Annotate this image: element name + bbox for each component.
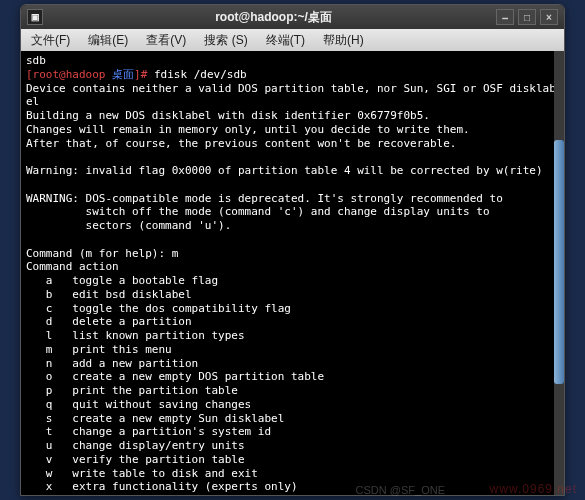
menu-terminal[interactable]: 终端(T) xyxy=(262,30,309,51)
prompt-user: [root@hadoop xyxy=(26,68,112,81)
out-warning: sectors (command 'u'). xyxy=(26,219,231,232)
action-s: s create a new empty Sun disklabel xyxy=(26,412,284,425)
action-header: Command action xyxy=(26,260,119,273)
close-button[interactable]: × xyxy=(540,9,558,25)
action-p: p print the partition table xyxy=(26,384,238,397)
out-warning: WARNING: DOS-compatible mode is deprecat… xyxy=(26,192,503,205)
action-a: a toggle a bootable flag xyxy=(26,274,218,287)
menu-search[interactable]: 搜索 (S) xyxy=(200,30,251,51)
terminal-window: ▣ root@hadoop:~/桌面 ‒ □ × 文件(F) 编辑(E) 查看(… xyxy=(20,4,565,496)
action-l: l list known partition types xyxy=(26,329,245,342)
action-t: t change a partition's system id xyxy=(26,425,271,438)
menubar: 文件(F) 编辑(E) 查看(V) 搜索 (S) 终端(T) 帮助(H) xyxy=(21,29,564,51)
action-n: n add a new partition xyxy=(26,357,198,370)
minimize-button[interactable]: ‒ xyxy=(496,9,514,25)
menu-view[interactable]: 查看(V) xyxy=(142,30,190,51)
menu-edit[interactable]: 编辑(E) xyxy=(84,30,132,51)
titlebar[interactable]: ▣ root@hadoop:~/桌面 ‒ □ × xyxy=(21,5,564,29)
action-x: x extra functionality (experts only) xyxy=(26,480,298,493)
action-q: q quit without saving changes xyxy=(26,398,251,411)
scroll-thumb[interactable] xyxy=(554,140,564,384)
prompt-path: 桌面 xyxy=(112,68,134,81)
action-w: w write table to disk and exit xyxy=(26,467,258,480)
fdisk-prompt: Command (m for help): m xyxy=(26,247,178,260)
action-u: u change display/entry units xyxy=(26,439,245,452)
out-line: After that, of course, the previous cont… xyxy=(26,137,456,150)
action-c: c toggle the dos compatibility flag xyxy=(26,302,291,315)
menu-file[interactable]: 文件(F) xyxy=(27,30,74,51)
out-line: el xyxy=(26,95,39,108)
out-line: Building a new DOS disklabel with disk i… xyxy=(26,109,430,122)
action-o: o create a new empty DOS partition table xyxy=(26,370,324,383)
action-d: d delete a partition xyxy=(26,315,192,328)
action-m: m print this menu xyxy=(26,343,172,356)
scrollbar[interactable] xyxy=(554,51,564,495)
prompt-end: ]# xyxy=(134,68,154,81)
maximize-button[interactable]: □ xyxy=(518,9,536,25)
terminal-output[interactable]: sdb [root@hadoop 桌面]# fdisk /dev/sdb Dev… xyxy=(21,51,564,495)
out-warning: Warning: invalid flag 0x0000 of partitio… xyxy=(26,164,543,177)
window-title: root@hadoop:~/桌面 xyxy=(51,9,496,26)
action-v: v verify the partition table xyxy=(26,453,245,466)
out-line: Changes will remain in memory only, unti… xyxy=(26,123,470,136)
menu-help[interactable]: 帮助(H) xyxy=(319,30,368,51)
out-warning: switch off the mode (command 'c') and ch… xyxy=(26,205,490,218)
app-icon: ▣ xyxy=(27,9,43,25)
out-line: Device contains neither a valid DOS part… xyxy=(26,82,556,95)
window-controls: ‒ □ × xyxy=(496,9,558,25)
typed-command: fdisk /dev/sdb xyxy=(154,68,247,81)
action-b: b edit bsd disklabel xyxy=(26,288,192,301)
out-line: sdb xyxy=(26,54,46,67)
